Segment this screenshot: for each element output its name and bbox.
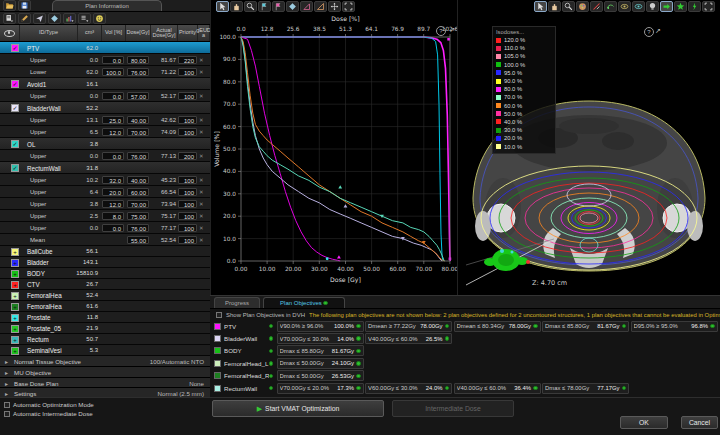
section-normal-tissue-objective[interactable]: ▸ Normal Tissue Objective 100/Automatic …	[0, 356, 210, 367]
start-vmat-optimization-button[interactable]: ▶ Start VMAT Optimization	[212, 400, 384, 417]
plan-objective-cell[interactable]: V60.00Gy ≤ 30.0% 24.0%	[365, 383, 452, 394]
objective-row[interactable]: Upper 0.0 0.0 76.00 77.17 100 ✕	[0, 222, 210, 234]
cursor-icon[interactable]	[216, 1, 229, 12]
objective-priority-input[interactable]: 100	[178, 212, 197, 220]
structure-list-item[interactable]: + Rectum 50.7	[0, 334, 210, 345]
structure-list-item[interactable]: + Bladder 143.1	[0, 257, 210, 268]
structure-visibility-checkbox[interactable]: +	[11, 325, 19, 333]
plan-objective-cell[interactable]: Dmean ≤ 80.34Gy 78.00Gy	[454, 321, 541, 332]
objective-row[interactable]: Upper 6.5 12.0 70.00 74.09 100 ✕	[0, 126, 210, 138]
objective-dose-input[interactable]: 70.00	[127, 128, 149, 136]
diamond-icon[interactable]	[48, 13, 61, 24]
flag-cyan-icon[interactable]	[258, 1, 271, 12]
column-header[interactable]: cm³	[78, 25, 102, 41]
structure-list-item[interactable]: + Prostate_05 21.9	[0, 323, 210, 334]
isodose-legend-entry[interactable]: 110.0 %	[496, 44, 552, 52]
objective-row[interactable]: Upper 2.5 8.0 75.00 75.17 100 ✕	[0, 210, 210, 222]
column-header[interactable]: Actual Dose[Gy]	[151, 25, 178, 41]
intermediate-dose-button[interactable]: Intermediate Dose	[392, 400, 514, 417]
objective-priority-input[interactable]: 100	[178, 116, 197, 124]
open-folder-icon[interactable]	[3, 0, 16, 11]
column-header[interactable]: Vol [%]	[102, 25, 126, 41]
objective-row[interactable]: Upper 0.0 0.0 80.00 81.67 220 ✕	[0, 54, 210, 66]
isodose-legend-entry[interactable]: 70.0 %	[496, 93, 552, 101]
plan-objective-cell[interactable]: Dmax ≤ 78.00Gy 77.17Gy	[542, 383, 629, 394]
column-header[interactable]: ID/Type	[20, 25, 78, 41]
delete-objective-button[interactable]: ✕	[199, 93, 204, 99]
diamond-icon[interactable]	[286, 1, 299, 12]
structure-list-item[interactable]: + Prostate 11.8	[0, 312, 210, 323]
structure-row[interactable]: ✓ BladderWall 52.2	[0, 102, 210, 114]
objective-dose-input[interactable]: 55.00	[127, 236, 149, 244]
structure-visibility-checkbox[interactable]: +	[11, 248, 19, 256]
info-icon[interactable]: ?	[436, 26, 446, 36]
expand-icon[interactable]: ↗	[655, 27, 661, 35]
structure-visibility-checkbox[interactable]: ✓	[11, 104, 19, 112]
objective-dose-input[interactable]: 76.00	[127, 152, 149, 160]
plan-objective-cell[interactable]: Dmax ≤ 85.80Gy 81.67Gy	[277, 345, 364, 356]
isodose-legend-entry[interactable]: 90.0 %	[496, 77, 552, 85]
plan-objective-cell[interactable]: V90.0% ≥ 96.0% 100.0%	[277, 321, 364, 332]
structure-list-item[interactable]: + CTV 26.7	[0, 279, 210, 290]
head-icon[interactable]	[646, 1, 659, 12]
structure-visibility-checkbox[interactable]: +	[11, 281, 19, 289]
objective-priority-input[interactable]: 200	[178, 152, 197, 160]
delete-objective-button[interactable]: ✕	[199, 153, 204, 159]
structure-visibility-checkbox[interactable]: +	[11, 259, 19, 267]
objective-priority-input[interactable]: 100	[178, 92, 197, 100]
objective-priority-input[interactable]: 100	[178, 176, 197, 184]
structure-row[interactable]: ✓ OL 3.8	[0, 138, 210, 150]
isodose-legend-entry[interactable]: 120.0 %	[496, 36, 552, 44]
objective-priority-input[interactable]: 100	[178, 128, 197, 136]
section-base-dose-plan[interactable]: ▸ Base Dose Plan None	[0, 378, 210, 389]
objective-volume-input[interactable]: 32.0	[102, 176, 124, 184]
delete-objective-button[interactable]: ✕	[199, 201, 204, 207]
objective-dose-input[interactable]: 76.00	[127, 224, 149, 232]
listdrop-icon[interactable]	[78, 13, 91, 24]
green-arrow-icon[interactable]	[660, 1, 673, 12]
show-objectives-checkbox[interactable]	[216, 312, 222, 318]
chartbars-icon[interactable]	[63, 13, 76, 24]
pen-icon[interactable]	[18, 13, 31, 24]
measure-icon[interactable]	[590, 1, 603, 12]
plan-objective-structure[interactable]: FemoralHead_L	[212, 358, 275, 369]
delete-objective-button[interactable]: ✕	[199, 237, 204, 243]
tab-progress[interactable]: Progress	[214, 297, 260, 308]
tab-plan-information[interactable]: Plan Information	[52, 0, 162, 11]
objective-priority-input[interactable]: 100	[178, 200, 197, 208]
tab-plan-objectives[interactable]: Plan Objectives	[263, 297, 345, 308]
plan-objective-cell[interactable]: D95.0% ≥ 95.0% 96.8%	[631, 321, 718, 332]
contour-icon[interactable]	[604, 1, 617, 12]
objective-volume-input[interactable]: 8.0	[102, 212, 124, 220]
isodose-legend-entry[interactable]: 95.0 %	[496, 69, 552, 77]
ok-button[interactable]: OK	[620, 416, 668, 429]
ruler-orange-icon[interactable]	[314, 1, 327, 12]
objective-row[interactable]: Upper 6.4 20.0 60.00 66.54 100 ✕	[0, 186, 210, 198]
structure-visibility-checkbox[interactable]: +	[11, 303, 19, 311]
delete-objective-button[interactable]: ✕	[199, 69, 204, 75]
objective-priority-input[interactable]: 100	[178, 224, 197, 232]
delete-objective-button[interactable]: ✕	[199, 225, 204, 231]
hand-icon[interactable]	[548, 1, 561, 12]
plan-objective-structure[interactable]: BODY	[212, 345, 275, 356]
objective-volume-input[interactable]: 12.0	[102, 200, 124, 208]
isodose-legend-entry[interactable]: 80.0 %	[496, 85, 552, 93]
objective-row[interactable]: Upper 10.2 32.0 40.00 45.23 100 ✕	[0, 174, 210, 186]
auto-optimization-mode-checkbox[interactable]	[4, 402, 10, 408]
maximize-icon[interactable]	[702, 1, 715, 12]
objective-row[interactable]: Upper 0.0 0.0 57.00 52.17 100 ✕	[0, 90, 210, 102]
objective-dose-input[interactable]: 80.00	[127, 56, 149, 64]
plan-objective-structure[interactable]: PTV	[212, 321, 275, 332]
move-icon[interactable]	[328, 1, 341, 12]
structure-row[interactable]: ✓ PTV 62.0	[0, 42, 210, 54]
plan-objective-cell[interactable]: Dmean ≥ 77.22Gy 78.00Gy	[365, 321, 452, 332]
objective-priority-input[interactable]: 220	[178, 56, 197, 64]
report-icon[interactable]	[3, 13, 16, 24]
plan-objective-cell[interactable]: V70.00Gy ≤ 30.0% 14.0%	[277, 333, 364, 344]
plan-objective-structure[interactable]: RectumWall	[212, 383, 275, 394]
flag-magenta-icon[interactable]	[272, 1, 285, 12]
objective-volume-input[interactable]: 20.0	[102, 188, 124, 196]
structure-list-item[interactable]: + FemoralHea 61.6	[0, 301, 210, 312]
objective-row[interactable]: Upper 13.1 25.0 40.00 42.62 100 ✕	[0, 114, 210, 126]
structure-list-item[interactable]: + BallCube 56.1	[0, 246, 210, 257]
